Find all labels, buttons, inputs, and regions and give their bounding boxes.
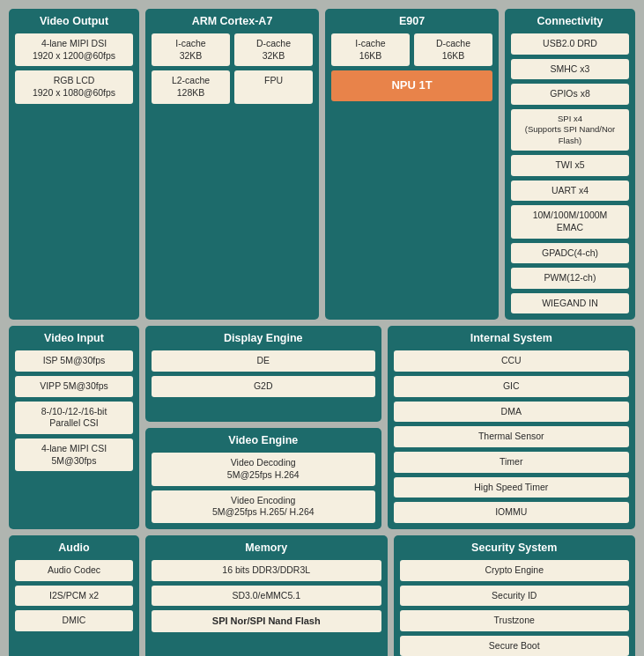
memory-title: Memory [152,542,381,554]
security-system-title: Security System [400,542,630,554]
smhc-item: SMHC x3 [511,59,629,80]
ccu-item: CCU [394,350,630,372]
parallel-csi-item: 8-/10-/12-/16-bitParallel CSI [15,402,133,434]
e907-title: E907 [331,15,492,27]
trustzone-item: Trustzone [400,610,630,631]
e907-dcache-item: D-cache16KB [414,33,492,66]
audio-codec-item: Audio Codec [15,560,133,581]
de-item: DE [152,350,375,372]
video-engine-title: Video Engine [152,434,375,446]
memory-block: Memory 16 bits DDR3/DDR3L SD3.0/eMMC5.1 … [145,535,388,656]
i2s-item: I2S/PCM x2 [15,586,133,607]
mipi-csi-item: 4-lane MIPI CSI5M@30fps [15,439,133,471]
high-speed-timer-item: High Speed Timer [394,477,630,498]
video-output-block: Video Output 4-lane MIPI DSI1920 x 1200@… [9,9,139,320]
video-output-title: Video Output [15,15,133,27]
wiegand-item: WIEGAND IN [511,293,629,314]
spi-nor-item: SPI Nor/SPI Nand Flash [152,610,381,631]
gic-item: GIC [394,376,630,397]
thermal-sensor-item: Thermal Sensor [394,426,630,447]
video-engine-block: Video Engine Video Decoding5M@25fps H.26… [145,428,381,529]
arm-cortex-block: ARM Cortex-A7 I-cache32KB D-cache32KB L2… [145,9,319,320]
diagram: Video Output 4-lane MIPI DSI1920 x 1200@… [0,0,644,656]
crypto-engine-item: Crypto Engine [400,560,630,581]
internal-system-block: Internal System CCU GIC DMA Thermal Sens… [388,326,636,528]
audio-block: Audio Audio Codec I2S/PCM x2 DMIC [9,535,139,656]
sd-item: SD3.0/eMMC5.1 [152,586,381,607]
arm-cortex-title: ARM Cortex-A7 [152,15,313,27]
e907-block: E907 I-cache16KB D-cache16KB NPU 1T [325,9,499,320]
video-encoding-item: Video Encoding5M@25fps H.265/ H.264 [152,490,375,523]
gpio-item: GPIOs x8 [511,84,629,105]
connectivity-block: Connectivity USB2.0 DRD SMHC x3 GPIOs x8… [505,9,635,320]
arm-cache-grid: I-cache32KB D-cache32KB L2-cache128KB FP… [152,33,313,104]
dmic-item: DMIC [15,610,133,631]
timer-item: Timer [394,452,630,473]
e907-icache-item: I-cache16KB [331,33,410,66]
video-input-block: Video Input ISP 5M@30fps VIPP 5M@30fps 8… [9,326,139,528]
secure-boot-item: Secure Boot [400,636,630,656]
twi-item: TWI x5 [511,155,629,176]
video-input-title: Video Input [15,332,133,344]
g2d-item: G2D [152,376,375,397]
usb-item: USB2.0 DRD [511,33,629,55]
dma-item: DMA [394,402,630,423]
pwm-item: PWM(12-ch) [511,268,629,289]
internal-system-title: Internal System [394,332,630,344]
video-decoding-item: Video Decoding5M@25fps H.264 [152,453,375,485]
l2cache-item: L2-cache128KB [152,70,230,103]
fpu-item: FPU [234,70,313,103]
isp-item: ISP 5M@30fps [15,350,133,372]
display-engine-block: Display Engine DE G2D [145,326,381,422]
icache-item: I-cache32KB [152,33,230,66]
uart-item: UART x4 [511,181,629,202]
mipi-dsi-item: 4-lane MIPI DSI1920 x 1200@60fps [15,33,133,66]
security-system-block: Security System Crypto Engine Security I… [394,535,636,656]
rgb-lcd-item: RGB LCD1920 x 1080@60fps [15,70,133,103]
middle-col-row2: Display Engine DE G2D Video Engine Video… [145,326,381,528]
emac-item: 10M/100M/1000MEMAC [511,205,629,238]
gpadc-item: GPADC(4-ch) [511,243,629,264]
audio-title: Audio [15,542,133,554]
dcache-item: D-cache32KB [234,33,313,66]
display-engine-title: Display Engine [152,332,375,344]
e907-cache-grid: I-cache16KB D-cache16KB [331,33,492,66]
npu-item: NPU 1T [331,70,492,101]
connectivity-title: Connectivity [511,15,629,27]
iommu-item: IOMMU [394,502,630,523]
security-id-item: Security ID [400,586,630,607]
spi-item: SPI x4(Supports SPI Nand/Nor Flash) [511,109,629,151]
ddr-item: 16 bits DDR3/DDR3L [152,560,381,581]
vipp-item: VIPP 5M@30fps [15,376,133,397]
